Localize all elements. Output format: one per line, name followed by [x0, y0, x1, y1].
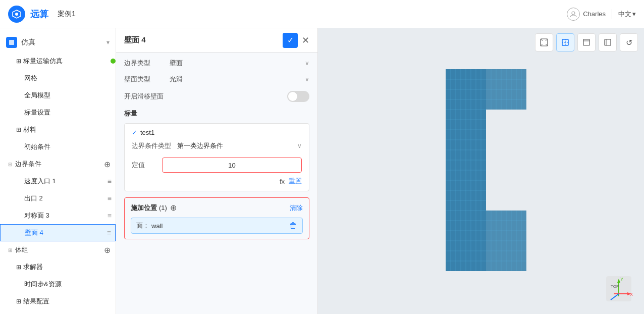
viewport: ↺: [318, 28, 644, 314]
apply-item-type: 面：: [136, 221, 149, 230]
bc-type-value: 第一类边界条件: [177, 141, 223, 150]
slip-wall-toggle[interactable]: [287, 91, 309, 102]
project-name: 案例1: [58, 10, 76, 19]
constant-label: 定值: [132, 161, 162, 170]
delete-icon[interactable]: 🗑: [289, 221, 297, 230]
constant-input[interactable]: 10: [162, 158, 302, 173]
sidebar-item-global-model[interactable]: 全局模型: [0, 87, 116, 104]
scalar-section-title: 标量: [124, 109, 309, 118]
apply-title: 施加位置: [131, 203, 157, 213]
svg-point-1: [572, 12, 575, 15]
outlet-menu-icon[interactable]: ≡: [108, 194, 112, 202]
speed-inlet-menu-icon[interactable]: ≡: [108, 177, 112, 185]
result-config-label: 结果配置: [23, 297, 116, 306]
front-view-button[interactable]: [556, 33, 574, 51]
sidebar-item-volume-group[interactable]: ⊞ 体组 ⊕: [0, 241, 116, 258]
sidebar-item-speed-inlet[interactable]: 速度入口 1 ≡: [0, 173, 116, 190]
formula-icon: fx: [280, 178, 285, 185]
solver-label: 求解器: [23, 263, 116, 272]
sidebar-item-grid[interactable]: 网格: [0, 70, 116, 87]
sidebar-item-time-resources[interactable]: 时间步&资源: [0, 276, 116, 293]
panel-title: 壁面 4: [124, 35, 283, 45]
reset-view-button[interactable]: ↺: [620, 33, 638, 51]
svg-rect-2: [9, 40, 14, 45]
status-dot: [111, 59, 116, 64]
sidebar-item-solver[interactable]: ⊞ 求解器: [0, 258, 116, 276]
perspective-view-button[interactable]: [535, 33, 553, 51]
side-view-button[interactable]: [599, 33, 617, 51]
svg-rect-13: [605, 39, 611, 45]
language-label: 中文: [618, 10, 631, 19]
bc-type-arrow-icon: ∨: [297, 142, 302, 149]
wall-type-arrow-icon: ∨: [305, 76, 309, 83]
apply-add-icon[interactable]: ⊕: [170, 203, 177, 213]
scalar-subsection-header: ✓ test1: [132, 129, 302, 136]
wall-menu-icon[interactable]: ≡: [107, 229, 111, 237]
scalar-sim-label: 标量运输仿真: [23, 57, 108, 66]
sidebar-item-materials[interactable]: ⊞ 材料: [0, 121, 116, 138]
panel-body: 边界类型 壁面 ∨ 壁面类型 光滑 ∨ 开启滑移壁面: [116, 53, 317, 245]
sidebar-item-symmetric[interactable]: 对称面 3 ≡: [0, 207, 116, 224]
boundary-add-icon[interactable]: ⊕: [104, 160, 111, 169]
user-name: Charles: [583, 10, 606, 18]
volume-expand-icon: ⊞: [8, 247, 12, 253]
top-view-button[interactable]: [577, 33, 596, 51]
property-panel: 壁面 4 ✓ ✕ 边界类型 壁面 ∨ 壁面类型 光滑 ∨: [116, 28, 318, 314]
header-right: Charles 中文 ▾: [567, 8, 636, 21]
toggle-knob: [288, 92, 297, 101]
volume-add-icon[interactable]: ⊕: [104, 245, 111, 255]
sidebar-module-header[interactable]: 仿真 ▾: [0, 32, 116, 53]
sidebar-item-outlet[interactable]: 出口 2 ≡: [0, 190, 116, 207]
boundary-type-value: 壁面: [170, 59, 183, 68]
panel-header: 壁面 4 ✓ ✕: [116, 28, 317, 53]
sidebar: 仿真 ▾ ⊞ 标量运输仿真 网格 全局模型 标量设置 ⊞ 材料 初始条件 ⊟: [0, 28, 116, 314]
boundary-type-dropdown[interactable]: 壁面 ∨: [170, 59, 309, 68]
apply-item-value: wall: [151, 222, 289, 230]
logo-area: 远算 案例1: [8, 6, 76, 23]
module-icon: [6, 37, 17, 48]
sidebar-item-sim-calc[interactable]: ⊞ 仿真计算: [0, 310, 116, 314]
axis-gizmo: Y X TOP: [604, 274, 634, 304]
time-resources-label: 时间步&资源: [24, 280, 116, 289]
user-avatar-icon: [567, 8, 580, 21]
outlet-label: 出口 2: [24, 194, 108, 203]
volume-group-label: 体组: [15, 245, 104, 254]
initial-conditions-label: 初始条件: [24, 142, 116, 151]
svg-text:TOP: TOP: [611, 284, 619, 289]
reset-link[interactable]: 重置: [289, 177, 302, 186]
header-divider: [612, 9, 612, 19]
scalar-settings-label: 标量设置: [24, 108, 116, 117]
sidebar-item-wall-4[interactable]: 壁面 4 ≡: [0, 224, 116, 241]
app-name: 远算: [30, 8, 48, 20]
scalar-subsection-label: test1: [140, 129, 154, 136]
boundary-type-label: 边界类型: [124, 59, 170, 68]
clear-link[interactable]: 清除: [290, 203, 303, 213]
apply-count: (1): [159, 204, 167, 212]
language-selector[interactable]: 中文 ▾: [618, 10, 636, 19]
module-arrow-icon: ▾: [106, 39, 110, 46]
confirm-button[interactable]: ✓: [283, 33, 298, 48]
wall-type-dropdown[interactable]: 光滑 ∨: [170, 75, 309, 84]
global-model-label: 全局模型: [24, 91, 116, 100]
main-layout: 仿真 ▾ ⊞ 标量运输仿真 网格 全局模型 标量设置 ⊞ 材料 初始条件 ⊟: [0, 28, 644, 314]
boundary-type-row: 边界类型 壁面 ∨: [124, 59, 309, 68]
scalar-subsection: ✓ test1 边界条件类型 第一类边界条件 ∨ 定值 10: [124, 123, 309, 191]
header: 远算 案例1 Charles 中文 ▾: [0, 0, 644, 28]
sidebar-item-initial-conditions[interactable]: 初始条件: [0, 138, 116, 155]
reset-icon: ↺: [626, 38, 632, 47]
constant-value: 10: [228, 162, 235, 169]
close-button[interactable]: ✕: [302, 35, 309, 46]
bc-type-dropdown[interactable]: 第一类边界条件 ∨: [177, 141, 302, 150]
boundary-expand-icon: ⊟: [8, 162, 12, 167]
sidebar-item-boundary-conditions[interactable]: ⊟ 边界条件 ⊕: [0, 155, 116, 173]
symmetric-menu-icon[interactable]: ≡: [108, 212, 112, 220]
3d-mesh-svg: [385, 64, 577, 306]
user-area: Charles: [567, 8, 606, 21]
apply-header: 施加位置 (1) ⊕ 清除: [131, 203, 303, 213]
sidebar-item-result-config[interactable]: ⊞ 结果配置: [0, 293, 116, 310]
viewport-toolbar: ↺: [318, 28, 644, 57]
wall-label: 壁面 4: [25, 228, 107, 237]
sidebar-item-scalar-settings[interactable]: 标量设置: [0, 104, 116, 121]
formula-bar: fx 重置: [132, 177, 302, 186]
sidebar-item-scalar-sim[interactable]: ⊞ 标量运输仿真: [0, 53, 116, 70]
